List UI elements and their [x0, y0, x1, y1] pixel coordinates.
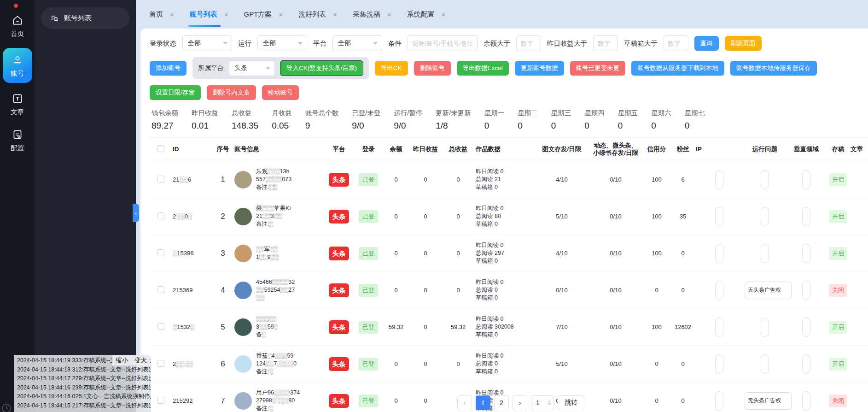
vertical-domain-input[interactable] — [802, 244, 810, 263]
sidebar-item-articles[interactable]: 文章 — [0, 87, 35, 123]
numeric-filter-input[interactable] — [593, 35, 618, 51]
tab[interactable]: 系统配置 × — [399, 0, 454, 29]
vertical-domain-input[interactable] — [802, 170, 810, 189]
tab-close-icon[interactable]: × — [279, 11, 283, 18]
row-checkbox[interactable] — [157, 397, 164, 404]
toolbar-button[interactable]: 导出数据Excel — [457, 61, 509, 76]
table-row: 215369 4 45466░░░░32 ░░59254░░27 ░░ — [150, 272, 868, 309]
select-all-checkbox[interactable] — [157, 145, 164, 152]
tab[interactable]: 账号列表 × — [182, 0, 236, 29]
toolbar-button[interactable]: 删除号内文章 — [207, 85, 256, 100]
tab-close-icon[interactable]: × — [224, 11, 228, 18]
toolbar-button[interactable]: 移动账号 — [262, 85, 299, 100]
sidebar-item-account-list[interactable]: 账号列表 — [41, 7, 129, 29]
toolbar-button[interactable]: 导出CK — [375, 61, 408, 76]
platform-badge: 头条 — [329, 320, 349, 334]
table-row: ░1532░ 5 ░░░░░ 3░░59░ 备░ — [150, 309, 868, 346]
row-checkbox[interactable] — [157, 360, 164, 367]
vertical-domain-input[interactable] — [802, 207, 810, 226]
tab[interactable]: 首页 × — [141, 0, 182, 29]
vertical-domain-input[interactable] — [802, 391, 810, 411]
page-button[interactable]: 2 — [494, 395, 509, 410]
ip-input[interactable] — [715, 170, 723, 189]
numeric-filter-input[interactable] — [516, 35, 541, 51]
toolbar-button[interactable]: 设置日限/存发 — [150, 85, 201, 100]
sidebar-item-config[interactable]: 配置 — [0, 123, 35, 159]
tab-close-icon[interactable]: × — [387, 11, 391, 18]
tab[interactable]: 采集洗稿 × — [345, 0, 399, 29]
toolbar-button[interactable]: 更新账号数据 — [515, 61, 564, 76]
vertical-domain-input[interactable] — [802, 318, 810, 337]
vertical-domain-input[interactable] — [802, 354, 810, 374]
run-issue-input[interactable] — [761, 354, 769, 374]
refresh-page-button[interactable]: 刷新页面 — [725, 36, 762, 51]
row-checkbox[interactable] — [157, 323, 164, 330]
chevron-down-icon — [373, 42, 378, 45]
filter-select[interactable]: 全部 — [182, 35, 232, 51]
ip-input[interactable] — [715, 391, 723, 411]
ip-input[interactable] — [715, 281, 723, 300]
cell-yesterday-income: 0 — [409, 272, 442, 309]
next-page-button[interactable]: › — [513, 395, 527, 410]
cell-works: 昨日阅读 0 总阅读 297 草稿箱 0 — [475, 235, 535, 272]
sidebar-item-home[interactable]: 首页 — [0, 8, 35, 44]
sidebar-item-accounts[interactable]: 账号 — [3, 48, 32, 83]
toolbar-button[interactable]: 账号已更变未更 — [570, 61, 626, 76]
run-issue-input[interactable] — [761, 244, 769, 263]
cell-id: ░15396 — [172, 235, 212, 272]
page-button[interactable]: 1 — [476, 395, 490, 410]
cell-id: 2░░░░ — [172, 346, 212, 383]
menu-item-label: 账号列表 — [64, 14, 92, 23]
vertical-domain-input[interactable] — [802, 281, 810, 300]
row-checkbox[interactable] — [157, 212, 164, 219]
row-checkbox[interactable] — [157, 176, 164, 182]
jump-page-input[interactable]: 1 — [531, 395, 554, 410]
tab-close-icon[interactable]: × — [333, 11, 337, 18]
platform-select[interactable]: 头条 — [229, 61, 275, 76]
filter-select[interactable]: 全部 — [332, 35, 382, 51]
ip-input[interactable] — [715, 207, 723, 226]
jump-button[interactable]: 跳转 — [558, 395, 584, 410]
search-button[interactable]: 查询 — [694, 36, 719, 51]
import-ck-button[interactable]: 导入CK(暂支持头条/百家) — [280, 60, 363, 76]
toolbar-button[interactable]: 删除账号 — [414, 61, 451, 76]
filter-select[interactable]: 全部 — [257, 35, 307, 51]
numeric-filter-label: 草稿箱大于 — [624, 39, 658, 48]
tab-close-icon[interactable]: × — [442, 11, 446, 18]
run-issue-input[interactable] — [745, 282, 792, 299]
run-issue-input[interactable] — [761, 207, 769, 226]
run-issue-input[interactable] — [761, 318, 769, 337]
toolbar-button[interactable]: 账号数据从服务器下载到本地 — [631, 61, 724, 76]
tab[interactable]: GPT方案 × — [236, 0, 291, 29]
ip-input[interactable] — [715, 354, 723, 374]
spinner-icons[interactable] — [548, 400, 551, 406]
filter-label: 运行 — [238, 39, 251, 48]
prev-page-button[interactable]: ‹ — [457, 395, 472, 410]
row-checkbox[interactable] — [157, 249, 164, 256]
cell-balance: 0 — [383, 235, 409, 272]
chevron-down-icon — [298, 42, 303, 45]
numeric-filter-input[interactable] — [664, 35, 688, 51]
cell-daily1: 4/10 — [535, 235, 589, 272]
run-issue-input[interactable] — [761, 170, 769, 189]
login-status-badge: 已登 — [359, 247, 378, 260]
tab-close-icon[interactable]: × — [170, 11, 174, 18]
condition-input[interactable] — [408, 35, 478, 51]
row-checkbox[interactable] — [157, 286, 164, 293]
filter-label: 平台 — [313, 39, 326, 48]
stat-item: 账号总个数 9 — [305, 109, 339, 131]
collapse-panel-button[interactable]: ‹ — [133, 204, 139, 222]
toolbar-button[interactable]: 账号数据本地传服务器保存 — [730, 61, 817, 76]
stat-item: 星期七 0 — [685, 109, 705, 131]
log-zoom-in-button[interactable]: 变大 — [134, 356, 147, 365]
run-issue-input[interactable] — [745, 392, 792, 410]
add-account-button[interactable]: 添加账号 — [150, 61, 186, 76]
ip-input[interactable] — [715, 318, 723, 337]
ip-input[interactable] — [715, 244, 723, 263]
tab[interactable]: 洗好列表 × — [291, 0, 345, 29]
account-list-panel: 登录状态 全部 运行 全部 平台 全部 条件 — [140, 29, 868, 412]
log-zoom-out-button[interactable]: 缩小 — [116, 356, 128, 365]
platform-badge: 头条 — [329, 247, 349, 260]
avatar — [234, 171, 252, 188]
cell-total-income: 0 — [442, 346, 475, 383]
